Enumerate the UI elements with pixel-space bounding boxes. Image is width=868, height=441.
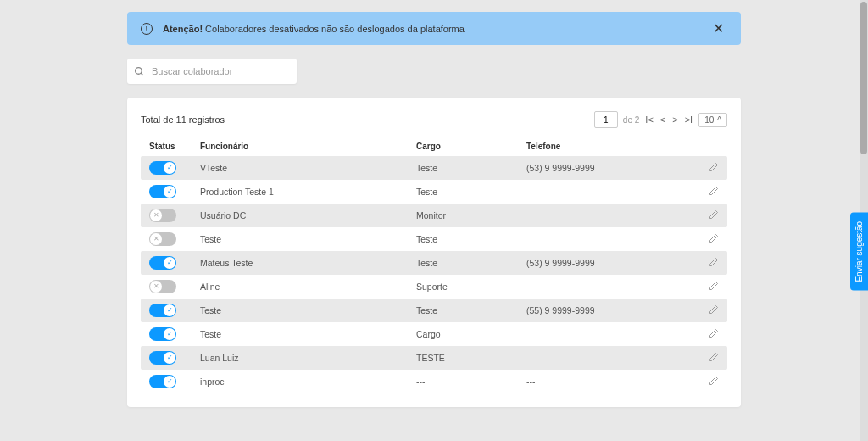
cell-funcionario: Teste bbox=[200, 234, 416, 244]
table-row: ✓TesteTeste(55) 9 9999-9999 bbox=[141, 299, 727, 322]
column-header-funcionario: Funcionário bbox=[200, 142, 416, 151]
search-box[interactable] bbox=[127, 59, 297, 84]
total-records-label: Total de 11 registros bbox=[141, 114, 225, 125]
check-icon: ✓ bbox=[164, 186, 175, 198]
page-first-icon[interactable]: I< bbox=[644, 114, 654, 125]
cell-cargo: Cargo bbox=[416, 329, 526, 339]
cell-funcionario: Mateus Teste bbox=[200, 258, 416, 268]
table-row: ✓TesteCargo bbox=[141, 322, 727, 346]
cell-telefone: --- bbox=[526, 377, 693, 387]
table-row: ✓Mateus TesteTeste(53) 9 9999-9999 bbox=[141, 251, 727, 275]
cell-funcionario: inproc bbox=[200, 377, 416, 387]
edit-icon[interactable] bbox=[709, 258, 719, 270]
table-row: ✓Production Teste 1Teste bbox=[141, 180, 727, 204]
status-toggle[interactable]: ✓ bbox=[149, 256, 176, 270]
table-row: ✕Usuário DCMonitor bbox=[141, 204, 727, 227]
alert-message: Atenção! Colaboradores desativados não s… bbox=[163, 24, 709, 34]
status-toggle[interactable]: ✓ bbox=[149, 327, 176, 341]
cell-funcionario: VTeste bbox=[200, 163, 416, 173]
cell-cargo: TESTE bbox=[416, 353, 526, 363]
column-header-telefone: Telefone bbox=[526, 142, 693, 151]
column-header-cargo: Cargo bbox=[416, 142, 526, 151]
edit-icon[interactable] bbox=[709, 305, 719, 317]
page-prev-icon[interactable]: < bbox=[659, 114, 666, 125]
status-toggle[interactable]: ✓ bbox=[149, 375, 176, 388]
column-header-status: Status bbox=[149, 142, 200, 151]
check-icon: ✓ bbox=[164, 304, 175, 316]
table-row: ✕AlineSuporte bbox=[141, 275, 727, 299]
alert-rest: Colaboradores desativados não são deslog… bbox=[203, 24, 465, 34]
table-row: ✕TesteTeste bbox=[141, 227, 727, 251]
cell-funcionario: Teste bbox=[200, 329, 416, 339]
page-last-icon[interactable]: >I bbox=[684, 114, 693, 125]
edit-icon[interactable] bbox=[709, 234, 719, 246]
cell-cargo: Suporte bbox=[416, 282, 526, 292]
status-toggle[interactable]: ✓ bbox=[149, 161, 176, 175]
edit-icon[interactable] bbox=[709, 210, 719, 222]
cell-telefone: (53) 9 9999-9999 bbox=[526, 258, 693, 268]
cell-cargo: Teste bbox=[416, 258, 526, 268]
cell-telefone: (53) 9 9999-9999 bbox=[526, 163, 693, 173]
edit-icon[interactable] bbox=[709, 377, 719, 388]
table-row: ✓VTesteTeste(53) 9 9999-9999 bbox=[141, 156, 727, 180]
page-next-icon[interactable]: > bbox=[671, 114, 678, 125]
cell-funcionario: Teste bbox=[200, 305, 416, 315]
cell-cargo: Teste bbox=[416, 234, 526, 244]
cell-funcionario: Usuário DC bbox=[200, 210, 416, 220]
cell-cargo: Teste bbox=[416, 305, 526, 315]
status-toggle[interactable]: ✕ bbox=[149, 209, 176, 222]
cell-cargo: --- bbox=[416, 377, 526, 387]
cell-telefone: (55) 9 9999-9999 bbox=[526, 305, 693, 315]
alert-icon: ! bbox=[141, 23, 153, 35]
scrollbar-thumb[interactable] bbox=[860, 2, 867, 154]
page-total-label: de 2 bbox=[623, 115, 639, 125]
check-icon: ✓ bbox=[164, 162, 175, 174]
check-icon: ✓ bbox=[164, 352, 175, 364]
check-icon: ✓ bbox=[164, 257, 175, 269]
status-toggle[interactable]: ✓ bbox=[149, 185, 176, 198]
cell-funcionario: Luan Luiz bbox=[200, 353, 416, 363]
svg-point-0 bbox=[136, 67, 142, 74]
table-header: Status Funcionário Cargo Telefone bbox=[141, 137, 727, 156]
collaborators-panel: Total de 11 registros de 2 I< < > >I 10 … bbox=[127, 98, 741, 407]
close-icon[interactable]: ✕ bbox=[709, 20, 727, 36]
status-toggle[interactable]: ✓ bbox=[149, 304, 176, 317]
page-current-input[interactable] bbox=[594, 111, 618, 128]
edit-icon[interactable] bbox=[709, 163, 719, 175]
table-row: ✓Luan LuizTESTE bbox=[141, 346, 727, 370]
table-row: ✓inproc------ bbox=[141, 370, 727, 394]
page-size-select[interactable]: 10 ^ bbox=[698, 113, 727, 127]
cell-funcionario: Production Teste 1 bbox=[200, 187, 416, 197]
status-toggle[interactable]: ✕ bbox=[149, 280, 176, 293]
edit-icon[interactable] bbox=[709, 282, 719, 293]
search-input[interactable] bbox=[152, 66, 290, 76]
edit-icon[interactable] bbox=[709, 187, 719, 198]
pagination: de 2 I< < > >I 10 ^ bbox=[594, 111, 727, 128]
page-size-value: 10 bbox=[704, 115, 714, 125]
warning-alert: ! Atenção! Colaboradores desativados não… bbox=[127, 12, 741, 45]
edit-icon[interactable] bbox=[709, 353, 719, 365]
cell-funcionario: Aline bbox=[200, 282, 416, 292]
x-icon: ✕ bbox=[150, 281, 162, 293]
chevron-up-icon: ^ bbox=[717, 115, 721, 125]
x-icon: ✕ bbox=[150, 233, 162, 245]
search-icon bbox=[134, 66, 145, 77]
check-icon: ✓ bbox=[164, 376, 175, 388]
alert-bold: Atenção! bbox=[163, 24, 203, 34]
cell-cargo: Teste bbox=[416, 163, 526, 173]
cell-cargo: Teste bbox=[416, 187, 526, 197]
svg-line-1 bbox=[141, 73, 143, 75]
feedback-button[interactable]: Enviar sugestão bbox=[850, 213, 868, 291]
status-toggle[interactable]: ✕ bbox=[149, 232, 176, 246]
edit-icon[interactable] bbox=[709, 329, 719, 341]
check-icon: ✓ bbox=[164, 328, 175, 340]
cell-cargo: Monitor bbox=[416, 210, 526, 220]
x-icon: ✕ bbox=[150, 209, 162, 221]
status-toggle[interactable]: ✓ bbox=[149, 351, 176, 365]
